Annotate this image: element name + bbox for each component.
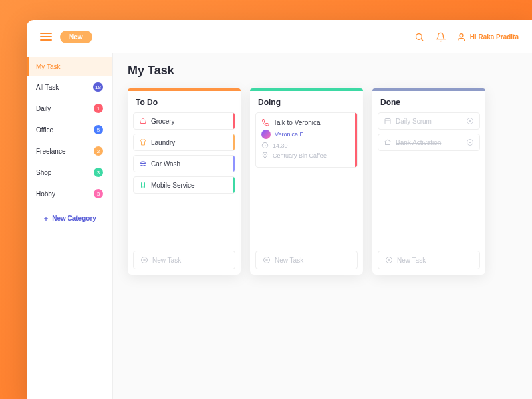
- task-card[interactable]: Mobile Service: [133, 176, 235, 194]
- svg-point-6: [141, 166, 142, 166]
- badge: 1: [94, 104, 103, 113]
- sidebar-item-hobby[interactable]: Hobby3: [27, 183, 112, 204]
- plus-circle-icon: [263, 256, 271, 264]
- avatar: [261, 130, 271, 139]
- column-todo: To Do Grocery Laundry: [128, 88, 241, 275]
- column-doing: Doing Talk to Veronica Veronica E.: [250, 88, 363, 275]
- sidebar-item-daily[interactable]: Daily1: [27, 98, 112, 119]
- user-icon: [456, 32, 466, 42]
- page-title: My Task: [128, 64, 517, 78]
- badge: 3: [94, 189, 103, 198]
- task-card-done[interactable]: Daily Scrum: [378, 112, 480, 130]
- svg-rect-18: [385, 119, 390, 124]
- car-icon: [139, 160, 147, 168]
- user-menu[interactable]: Hi Raka Pradita: [456, 32, 519, 42]
- svg-point-7: [144, 166, 145, 166]
- remove-icon[interactable]: [466, 117, 474, 125]
- sidebar-item-office[interactable]: Office5: [27, 119, 112, 140]
- sidebar: My Task All Task18 Daily1 Office5 Freela…: [27, 53, 113, 399]
- svg-point-14: [265, 154, 266, 155]
- column-bar: [372, 88, 485, 91]
- person-link[interactable]: Veronica E.: [275, 131, 305, 138]
- kanban-board: To Do Grocery Laundry: [128, 88, 517, 275]
- plus-circle-icon: [140, 256, 148, 264]
- calendar-icon: [384, 117, 392, 125]
- new-task-button[interactable]: New Task: [378, 251, 480, 269]
- menu-icon[interactable]: [40, 33, 52, 41]
- column-bar: [128, 88, 241, 91]
- clock-icon: [261, 142, 269, 149]
- bank-icon: [384, 138, 392, 146]
- new-button[interactable]: New: [60, 31, 92, 43]
- badge: 5: [94, 125, 103, 134]
- column-title: Done: [372, 91, 485, 112]
- column-bar: [250, 88, 363, 91]
- svg-point-2: [460, 33, 463, 37]
- sidebar-item-shop[interactable]: Shop3: [27, 162, 112, 183]
- column-title: Doing: [250, 91, 363, 112]
- sidebar-item-my-task[interactable]: My Task: [27, 57, 112, 76]
- new-task-button[interactable]: New Task: [133, 251, 235, 269]
- mobile-icon: [139, 181, 147, 189]
- phone-icon: [261, 118, 269, 126]
- new-task-button[interactable]: New Task: [255, 251, 358, 269]
- svg-line-1: [421, 39, 423, 41]
- task-card[interactable]: Laundry: [133, 134, 235, 151]
- location-icon: [261, 152, 269, 159]
- column-done: Done Daily Scrum Bank Activation: [372, 88, 485, 275]
- search-icon[interactable]: [411, 28, 428, 45]
- badge: 3: [94, 168, 103, 177]
- bell-icon[interactable]: [432, 28, 450, 45]
- task-card[interactable]: Car Wash: [133, 155, 235, 172]
- task-card-done[interactable]: Bank Activation: [378, 134, 480, 151]
- remove-icon[interactable]: [466, 138, 474, 146]
- sidebar-item-freelance[interactable]: Freelance2: [27, 140, 112, 162]
- plus-icon: [43, 215, 49, 222]
- svg-rect-23: [386, 142, 390, 145]
- plus-circle-icon: [385, 256, 393, 264]
- badge: 2: [94, 146, 103, 156]
- column-title: To Do: [128, 91, 241, 112]
- topbar: New Hi Raka Pradita: [27, 20, 532, 53]
- task-card-expanded[interactable]: Talk to Veronica Veronica E. 14.30: [255, 112, 358, 168]
- sidebar-item-all-task[interactable]: All Task18: [27, 76, 112, 98]
- shirt-icon: [139, 138, 147, 146]
- svg-point-0: [416, 33, 422, 39]
- badge: 18: [93, 82, 103, 92]
- basket-icon: [139, 117, 147, 125]
- task-card[interactable]: Grocery: [133, 112, 235, 130]
- new-category-button[interactable]: New Category: [27, 204, 112, 233]
- user-greeting: Hi Raka Pradita: [470, 33, 519, 41]
